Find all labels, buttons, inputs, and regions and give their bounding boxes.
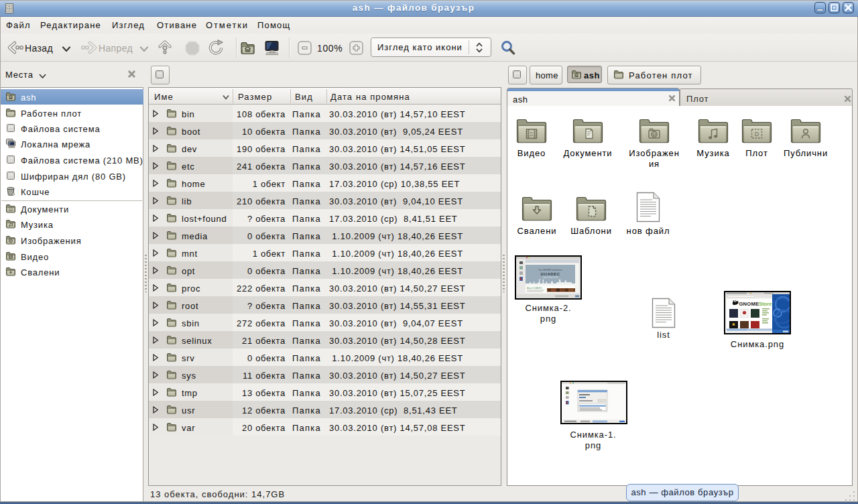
svg-text:D: D (755, 131, 759, 137)
svg-text:July 24-30th, 2010: July 24-30th, 2010 (542, 276, 558, 279)
svg-text:About GUADEC: About GUADEC (527, 287, 543, 290)
svg-text:GNOME: GNOME (739, 301, 759, 307)
svg-text:Store: Store (759, 301, 772, 307)
svg-text:GUADEC: GUADEC (540, 271, 560, 276)
